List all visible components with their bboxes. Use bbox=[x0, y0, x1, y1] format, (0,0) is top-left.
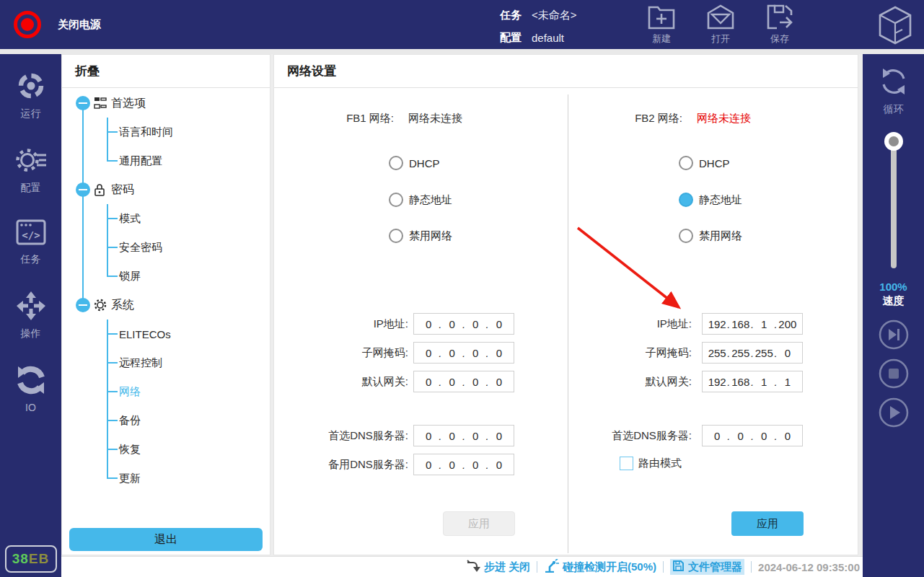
fb1-gateway-input[interactable]: 0000 bbox=[413, 371, 514, 392]
collision-detect-status[interactable]: 碰撞检测开启(50%) bbox=[544, 559, 656, 575]
fb2-radio-dhcp[interactable]: DHCP bbox=[679, 155, 730, 171]
tree-group-label: 系统 bbox=[111, 298, 134, 313]
open-label: 打开 bbox=[711, 32, 730, 45]
lock-icon bbox=[94, 183, 105, 199]
radio-icon[interactable] bbox=[679, 229, 693, 243]
tree-item-general-config[interactable]: 通用配置 bbox=[62, 146, 270, 175]
tree-item-lock-screen[interactable]: 锁屏 bbox=[62, 262, 270, 291]
field-label: IP地址: bbox=[568, 317, 692, 331]
exit-button[interactable]: 退出 bbox=[69, 528, 263, 551]
nav-item-operate[interactable]: 操作 bbox=[16, 291, 46, 340]
tree-item-restore[interactable]: 恢复 bbox=[62, 435, 270, 464]
topbar-divider bbox=[0, 49, 924, 54]
power-button[interactable] bbox=[14, 11, 41, 38]
radio-icon[interactable] bbox=[679, 156, 693, 170]
skip-next-icon bbox=[879, 320, 909, 350]
tree-group-preferences[interactable]: 首选项 bbox=[62, 89, 270, 118]
speed-slider-knob[interactable] bbox=[884, 132, 903, 151]
collapse-minus-icon[interactable] bbox=[76, 182, 90, 197]
tree-item-remote-control[interactable]: 远程控制 bbox=[62, 348, 270, 377]
radio-icon[interactable] bbox=[389, 193, 403, 207]
loop-label: 循环 bbox=[884, 103, 904, 116]
fb2-mask-input[interactable]: 2552552550 bbox=[702, 342, 803, 364]
field-label: 备用DNS服务器: bbox=[274, 458, 408, 472]
new-button[interactable]: 新建 bbox=[639, 4, 684, 45]
brand-cube-logo-icon bbox=[876, 5, 914, 48]
fb2-ip-input[interactable]: 1921681200 bbox=[702, 313, 803, 335]
fb2-apply-button[interactable]: 应用 bbox=[731, 511, 804, 536]
tree-item-backup[interactable]: 备份 bbox=[62, 406, 270, 435]
fb1-dns1-input[interactable]: 0000 bbox=[413, 425, 514, 446]
fb2-dns1-input[interactable]: 0000 bbox=[702, 425, 803, 446]
fb1-mask-row: 子网掩码: 0000 bbox=[274, 342, 514, 364]
tree-item-network[interactable]: 网络 bbox=[62, 377, 270, 406]
open-folder-icon bbox=[706, 4, 735, 30]
fb2-radio-disable[interactable]: 禁用网络 bbox=[679, 228, 742, 244]
fb2-gateway-input[interactable]: 19216811 bbox=[702, 371, 803, 392]
tree-group-system[interactable]: 系统 bbox=[62, 291, 270, 320]
open-button[interactable]: 打开 bbox=[698, 4, 743, 45]
step-next-button[interactable] bbox=[879, 320, 909, 350]
new-folder-icon bbox=[647, 4, 676, 30]
settings-tree: 首选项 语言和时间 通用配置 密码 模式 bbox=[62, 89, 270, 494]
play-button[interactable] bbox=[879, 397, 909, 428]
collapse-minus-icon[interactable] bbox=[76, 298, 90, 312]
step-mode-text: 步进 关闭 bbox=[484, 560, 530, 574]
route-mode-checkbox-row[interactable]: 路由模式 bbox=[620, 454, 682, 472]
tree-item-label: 更新 bbox=[119, 472, 141, 485]
fb1-status: 网络未连接 bbox=[408, 110, 462, 126]
fb1-name-label: FB1 网络: bbox=[274, 110, 394, 126]
save-button[interactable]: 保存 bbox=[757, 4, 802, 45]
robot-collision-icon bbox=[544, 559, 559, 575]
fb1-radio-static[interactable]: 静态地址 bbox=[389, 192, 452, 208]
speed-label: 速度 bbox=[883, 294, 905, 308]
speed-slider[interactable] bbox=[884, 132, 903, 270]
step-mode-status[interactable]: 步进 关闭 bbox=[467, 560, 530, 574]
tree-group-password[interactable]: 密码 bbox=[62, 175, 270, 204]
radio-selected-icon[interactable] bbox=[679, 193, 693, 207]
network-settings-panel: 网络设置 FB1 网络: 网络未连接 DHCP 静态地址 禁用网络 IP地址: … bbox=[273, 54, 858, 555]
fb2-gateway-row: 默认网关: 19216811 bbox=[568, 371, 803, 392]
tree-item-update[interactable]: 更新 bbox=[62, 464, 270, 493]
nav-item-config[interactable]: 配置 bbox=[14, 145, 48, 195]
tree-item-elitecos[interactable]: ELITECOs bbox=[62, 320, 270, 348]
page-title: 网络设置 bbox=[274, 55, 858, 88]
nav-label-operate: 操作 bbox=[21, 327, 41, 340]
tree-item-mode[interactable]: 模式 bbox=[62, 204, 270, 233]
fb1-apply-button[interactable]: 应用 bbox=[443, 511, 515, 536]
power-label: 关闭电源 bbox=[58, 0, 101, 49]
nav-label-config: 配置 bbox=[21, 182, 41, 195]
loop-mode-button[interactable]: 循环 bbox=[878, 66, 910, 116]
stop-button[interactable] bbox=[879, 358, 909, 389]
collapse-toggle[interactable]: 折叠 bbox=[62, 55, 270, 88]
nav-item-run[interactable]: 运行 bbox=[16, 71, 46, 120]
nav-label-io: IO bbox=[25, 402, 36, 413]
io-cycle-icon bbox=[16, 365, 46, 398]
file-manager-button[interactable]: 文件管理器 bbox=[670, 559, 744, 575]
field-label: 子网掩码: bbox=[568, 346, 692, 360]
nav-item-io[interactable]: IO bbox=[16, 365, 46, 413]
fb2-radio-static[interactable]: 静态地址 bbox=[679, 192, 742, 208]
fb2-name-label: FB2 网络: bbox=[568, 110, 682, 126]
fb1-radio-disable[interactable]: 禁用网络 bbox=[389, 228, 452, 244]
tree-item-language-time[interactable]: 语言和时间 bbox=[62, 118, 270, 146]
speed-slider-track[interactable] bbox=[891, 141, 897, 268]
fb1-ip-input[interactable]: 0000 bbox=[413, 313, 514, 335]
radio-icon[interactable] bbox=[389, 156, 403, 170]
tree-item-safety-password[interactable]: 安全密码 bbox=[62, 233, 270, 262]
gear-icon bbox=[94, 299, 107, 314]
fb1-dns2-input[interactable]: 0000 bbox=[413, 454, 514, 475]
task-config-block: 任务 <未命名> 配置 default bbox=[500, 6, 577, 51]
collapse-minus-icon[interactable] bbox=[76, 96, 90, 110]
sitemap-icon bbox=[94, 97, 107, 113]
fb2-dns1-row: 首选DNS服务器: 0000 bbox=[568, 425, 803, 446]
radio-icon[interactable] bbox=[389, 229, 403, 243]
nav-item-task[interactable]: </> 任务 bbox=[16, 219, 46, 266]
field-label: 首选DNS服务器: bbox=[274, 429, 408, 443]
fb1-radio-dhcp[interactable]: DHCP bbox=[389, 155, 440, 171]
fb1-mask-input[interactable]: 0000 bbox=[413, 342, 514, 364]
gear-list-icon bbox=[14, 145, 48, 178]
checkbox-icon[interactable] bbox=[620, 457, 633, 470]
config-value: default bbox=[532, 32, 564, 44]
fb1-gateway-row: 默认网关: 0000 bbox=[274, 371, 514, 392]
